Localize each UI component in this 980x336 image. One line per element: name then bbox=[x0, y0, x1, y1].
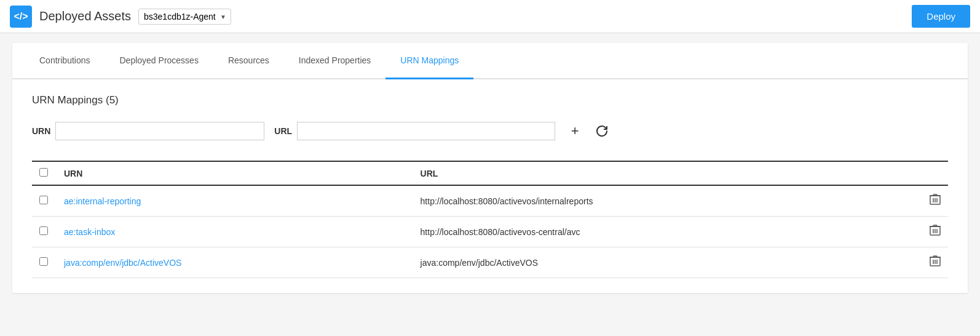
row-delete-cell bbox=[917, 217, 948, 247]
tab-deployed-processes[interactable]: Deployed Processes bbox=[105, 43, 213, 79]
add-button[interactable]: + bbox=[565, 121, 585, 141]
tab-urn-mappings[interactable]: URN Mappings bbox=[385, 43, 473, 79]
delete-icon[interactable] bbox=[930, 257, 941, 270]
refresh-button[interactable] bbox=[592, 121, 612, 141]
urn-link[interactable]: ae:internal-reporting bbox=[64, 196, 141, 206]
section-title: URN Mappings (5) bbox=[32, 94, 948, 106]
page-title: Deployed Assets bbox=[39, 9, 131, 23]
urn-link[interactable]: java:comp/env/jdbc/ActiveVOS bbox=[64, 258, 181, 268]
app-icon: </> bbox=[10, 6, 32, 28]
row-checkbox[interactable] bbox=[39, 196, 48, 204]
row-checkbox-cell bbox=[32, 247, 57, 278]
row-url: java:comp/env/jdbc/ActiveVOS bbox=[413, 247, 917, 278]
urn-link[interactable]: ae:task-inbox bbox=[64, 227, 115, 237]
col-urn-header: URN bbox=[57, 162, 413, 185]
url-input[interactable] bbox=[297, 122, 555, 140]
row-urn: ae:task-inbox bbox=[57, 217, 413, 247]
urn-input[interactable] bbox=[55, 122, 264, 140]
deploy-button[interactable]: Deploy bbox=[912, 5, 970, 28]
action-icons: + bbox=[565, 121, 612, 141]
row-checkbox[interactable] bbox=[39, 257, 48, 266]
row-url: http://localhost:8080/activevos/internal… bbox=[413, 185, 917, 217]
select-all-checkbox[interactable] bbox=[39, 168, 48, 177]
tab-contributions[interactable]: Contributions bbox=[25, 43, 105, 79]
table-row: ae:task-inbox http://localhost:8080/acti… bbox=[32, 217, 948, 247]
tab-content: URN Mappings (5) URN URL + bbox=[12, 79, 968, 293]
urn-label: URN bbox=[32, 126, 50, 136]
tab-indexed-properties[interactable]: Indexed Properties bbox=[284, 43, 386, 79]
urn-table: URN URL ae:internal-reporting http://loc… bbox=[32, 161, 948, 278]
row-checkbox[interactable] bbox=[39, 226, 48, 235]
row-checkbox-cell bbox=[32, 185, 57, 217]
row-delete-cell bbox=[917, 247, 948, 278]
header-left: </> Deployed Assets bs3e1cdb1z-Agent bbox=[10, 6, 231, 28]
row-url: http://localhost:8080/activevos-central/… bbox=[413, 217, 917, 247]
row-urn: ae:internal-reporting bbox=[57, 185, 413, 217]
delete-icon[interactable] bbox=[930, 196, 941, 208]
url-label: URL bbox=[274, 126, 292, 136]
col-checkbox bbox=[32, 162, 57, 185]
tabs-bar: Contributions Deployed Processes Resourc… bbox=[12, 43, 968, 79]
row-delete-cell bbox=[917, 185, 948, 217]
agent-select-wrapper[interactable]: bs3e1cdb1z-Agent bbox=[138, 9, 231, 25]
url-form-group: URL bbox=[274, 122, 555, 140]
table-header-row: URN URL bbox=[32, 162, 948, 185]
header: </> Deployed Assets bs3e1cdb1z-Agent Dep… bbox=[0, 0, 980, 33]
agent-select[interactable]: bs3e1cdb1z-Agent bbox=[138, 9, 231, 25]
table-row: ae:internal-reporting http://localhost:8… bbox=[32, 185, 948, 217]
delete-icon[interactable] bbox=[930, 226, 941, 239]
tab-resources[interactable]: Resources bbox=[213, 43, 284, 79]
form-row: URN URL + bbox=[32, 121, 948, 141]
main-panel: Contributions Deployed Processes Resourc… bbox=[12, 43, 968, 293]
col-url-header: URL bbox=[413, 162, 917, 185]
col-delete-header bbox=[917, 162, 948, 185]
row-checkbox-cell bbox=[32, 217, 57, 247]
row-urn: java:comp/env/jdbc/ActiveVOS bbox=[57, 247, 413, 278]
table-row: java:comp/env/jdbc/ActiveVOS java:comp/e… bbox=[32, 247, 948, 278]
urn-form-group: URN bbox=[32, 122, 264, 140]
